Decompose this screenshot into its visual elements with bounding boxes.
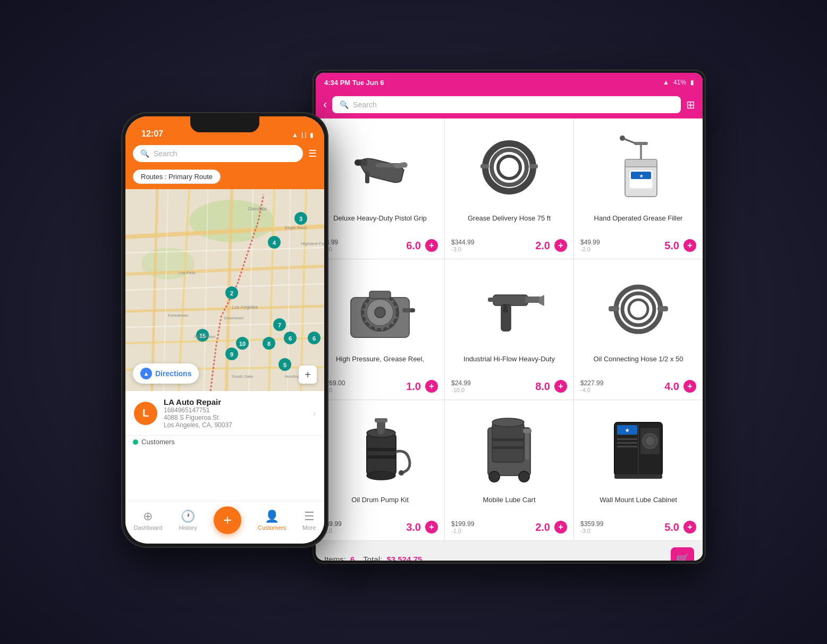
- product-name-6: Oil Drum Pump Kit: [351, 496, 409, 515]
- product-item-4: Industrial Hi-Flow Heavy-Duty $24.99 -10…: [445, 259, 573, 400]
- product-add-4[interactable]: +: [554, 380, 567, 393]
- customer-city: Los Angeles, CA, 90037: [164, 421, 307, 429]
- svg-rect-91: [367, 455, 396, 459]
- product-add-3[interactable]: +: [425, 380, 438, 393]
- grid-view-icon[interactable]: ⊞: [686, 98, 695, 111]
- product-name-1: Grease Delivery Hose 75 ft: [468, 214, 551, 233]
- product-item-2: ★ Hand Operated Grease Filler $: [574, 118, 703, 259]
- product-name-2: Hand Operated Grease Filler: [594, 214, 683, 233]
- product-qty-7: 2.0: [535, 521, 550, 533]
- menu-icon[interactable]: ☰: [308, 148, 317, 159]
- customer-card[interactable]: L LA Auto Repair 1684965147751 4088 S Fi…: [125, 391, 324, 436]
- product-stock-1: -3.0: [451, 246, 474, 252]
- customers-dot: [133, 439, 138, 445]
- product-pricing-2: $49.99 -2.0 5.0 +: [580, 239, 696, 252]
- directions-button[interactable]: ▲ Directions: [133, 363, 199, 384]
- svg-rect-78: [493, 295, 528, 306]
- product-stock-4: -10.0: [451, 387, 471, 393]
- product-img-5: [596, 266, 681, 351]
- product-price-7: $199.99: [451, 520, 474, 528]
- phone-time: 12:07: [136, 129, 163, 139]
- svg-point-97: [492, 418, 524, 427]
- svg-point-100: [489, 471, 500, 482]
- product-add-6[interactable]: +: [425, 521, 438, 533]
- svg-text:6: 6: [313, 335, 316, 342]
- product-add-8[interactable]: +: [683, 521, 696, 533]
- svg-point-94: [399, 470, 404, 476]
- product-add-0[interactable]: +: [425, 239, 438, 252]
- directions-label: Directions: [155, 369, 191, 378]
- product-pricing-4: $24.99 -10.0 8.0 +: [451, 379, 567, 393]
- svg-text:5: 5: [283, 362, 286, 368]
- svg-rect-75: [369, 291, 391, 299]
- tablet-device: 4:34 PM Tue Jun 6 ▲ 41% ▮ ‹ 🔍 Search ⊞: [313, 70, 706, 564]
- tablet-battery-icon: ▮: [690, 79, 694, 86]
- svg-rect-62: [625, 159, 657, 167]
- total-label: Total: $3,524.75: [363, 555, 422, 561]
- product-img-8: ★: [596, 406, 681, 492]
- nav-dashboard[interactable]: ⊕ Dashboard: [134, 510, 163, 531]
- nav-history-label: History: [179, 524, 197, 531]
- product-qty-5: 4.0: [664, 380, 679, 393]
- tablet-status-bar: 4:34 PM Tue Jun 6 ▲ 41% ▮: [316, 73, 703, 92]
- nav-history[interactable]: 🕐 History: [179, 510, 197, 531]
- tablet-time: 4:34 PM Tue Jun 6: [324, 79, 384, 87]
- product-pricing-1: $344.99 -3.0 2.0 +: [451, 239, 567, 252]
- svg-rect-81: [488, 298, 495, 302]
- product-name-5: Oil Connecting Hose 1/2 x 50: [593, 355, 683, 374]
- product-pricing-8: $359.99 -3.0 5.0 +: [580, 520, 696, 534]
- svg-text:Highland Park: Highland Park: [301, 241, 324, 246]
- product-img-2: ★: [596, 125, 681, 210]
- signal-icon: ▲: [292, 131, 298, 139]
- product-stock-5: -4.0: [580, 387, 603, 393]
- svg-rect-99: [492, 446, 524, 449]
- dashboard-icon: ⊕: [143, 510, 153, 523]
- product-qty-1: 2.0: [535, 240, 550, 252]
- phone-map[interactable]: 3 4 2 7 8 6 5 9 10: [125, 189, 324, 391]
- product-item-8: ★: [574, 400, 703, 540]
- svg-text:8: 8: [267, 341, 271, 347]
- nav-customers[interactable]: 👤 Customers: [258, 510, 286, 531]
- product-add-7[interactable]: +: [554, 521, 567, 533]
- product-add-5[interactable]: +: [683, 380, 696, 393]
- product-add-2[interactable]: +: [683, 239, 696, 252]
- routes-pill[interactable]: Routes : Primary Route: [133, 170, 221, 184]
- product-qty-0: 6.0: [406, 240, 421, 252]
- nav-more[interactable]: ☰ More: [302, 510, 316, 531]
- svg-text:Pico-Union: Pico-Union: [195, 334, 215, 339]
- battery-icon: ▮: [310, 131, 314, 139]
- product-price-1: $344.99: [451, 239, 474, 246]
- nav-dashboard-label: Dashboard: [134, 524, 163, 531]
- product-img-1: [467, 125, 552, 210]
- product-pricing-0: $3.99 -5.0 6.0 +: [322, 239, 438, 252]
- product-price-8: $359.99: [580, 520, 603, 528]
- product-img-6: [337, 406, 423, 492]
- tablet-search-container[interactable]: 🔍 Search: [332, 96, 681, 113]
- add-button[interactable]: +: [214, 506, 241, 534]
- svg-point-69: [620, 135, 625, 141]
- product-add-1[interactable]: +: [554, 239, 567, 252]
- product-name-4: Industrial Hi-Flow Heavy-Duty: [463, 355, 555, 374]
- svg-text:7: 7: [278, 322, 281, 328]
- phone-search-container[interactable]: 🔍 Search: [133, 145, 303, 162]
- product-img-4: [467, 266, 552, 351]
- zoom-plus-button[interactable]: +: [299, 366, 317, 384]
- history-icon: 🕐: [181, 510, 195, 523]
- svg-point-113: [646, 437, 654, 445]
- cart-button[interactable]: 🛒: [671, 547, 694, 561]
- svg-text:Eagle Rock: Eagle Rock: [285, 225, 307, 230]
- svg-text:Downtown: Downtown: [224, 316, 243, 320]
- product-name-3: High Pressure, Grease Reel,: [336, 355, 424, 374]
- product-stock-2: -2.0: [580, 246, 600, 252]
- back-button[interactable]: ‹: [323, 98, 327, 112]
- product-item-1: Grease Delivery Hose 75 ft $344.99 -3.0 …: [445, 118, 573, 259]
- customer-address: 4088 S Figueroa St: [164, 414, 307, 421]
- svg-rect-85: [657, 306, 668, 311]
- svg-text:Los Angeles: Los Angeles: [232, 304, 258, 310]
- product-price-2: $49.99: [580, 239, 600, 246]
- product-item-0: Deluxe Heavy-Duty Pistol Grip $3.99 -5.0…: [316, 118, 444, 259]
- product-item-3: High Pressure, Grease Reel, $269.00 -2.0…: [316, 259, 444, 400]
- svg-rect-59: [529, 164, 538, 168]
- product-stock-7: -1.0: [451, 528, 474, 534]
- product-img-7: [467, 406, 552, 492]
